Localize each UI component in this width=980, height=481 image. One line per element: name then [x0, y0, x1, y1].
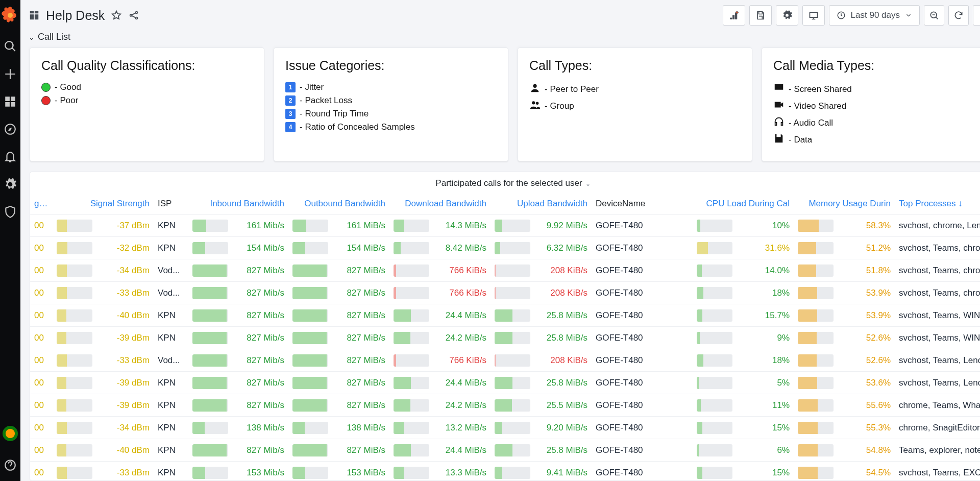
issue-number-icon: 2: [285, 95, 296, 106]
cell-isp: KPN: [154, 237, 188, 259]
chevron-down-icon: ⌄: [585, 180, 591, 187]
cell-gnal: 00: [30, 417, 53, 439]
cell-device: GOFE-T480: [592, 394, 693, 417]
cell-upload: 25.5 MiB/s: [491, 394, 592, 417]
cell-cpu: 15.7%: [693, 304, 794, 327]
cell-upload: 25.8 MiB/s: [491, 439, 592, 462]
row-title[interactable]: ⌄ Call List: [20, 30, 980, 47]
time-range-label: Last 90 days: [851, 10, 900, 20]
zoom-out-button[interactable]: [924, 5, 944, 26]
cell-download: 24.4 MiB/s: [389, 304, 491, 327]
table-row[interactable]: 00 -39 dBm KPN 827 Mib/s 827 MiB/s 24.4 …: [30, 372, 980, 394]
table-row[interactable]: 00 -33 dBm Vod... 827 Mib/s 827 MiB/s 76…: [30, 349, 980, 372]
user-avatar[interactable]: [3, 426, 18, 441]
legend-item: 4- Ratio of Concealed Samples: [285, 122, 497, 132]
cell-download: 24.4 MiB/s: [389, 372, 491, 394]
settings-button[interactable]: [776, 5, 798, 26]
add-panel-button[interactable]: [723, 5, 745, 26]
dashboards-icon[interactable]: [4, 95, 17, 108]
table-row[interactable]: 00 -39 dBm KPN 827 Mib/s 827 MiB/s 24.2 …: [30, 394, 980, 417]
cell-inbound: 153 Mib/s: [188, 462, 288, 482]
green-dot-icon: [41, 83, 51, 92]
col-inbound[interactable]: Inbound Bandwidth: [188, 195, 288, 214]
shield-icon[interactable]: [4, 205, 17, 219]
svg-point-5: [136, 17, 138, 19]
table-row[interactable]: 00 -32 dBm KPN 154 Mib/s 154 MiB/s 8.42 …: [30, 237, 980, 259]
cell-upload: 208 KiB/s: [491, 282, 592, 304]
help-icon[interactable]: [4, 459, 17, 472]
svg-point-4: [136, 12, 138, 14]
cell-cpu: 14.0%: [693, 259, 794, 282]
cell-inbound: 827 Mib/s: [188, 394, 288, 417]
table-row[interactable]: 00 -34 dBm KPN 138 Mib/s 138 MiB/s 13.2 …: [30, 417, 980, 439]
cell-gnal: 00: [30, 394, 53, 417]
search-icon[interactable]: [4, 40, 17, 53]
refresh-interval-dropdown[interactable]: [973, 5, 980, 26]
cell-upload: 9.41 MiB/s: [491, 462, 592, 482]
cell-cpu: 15%: [693, 462, 794, 482]
cell-top-processes: svchost, Teams, chrome: [895, 237, 980, 259]
col-isp[interactable]: ISP: [154, 195, 188, 214]
cell-gnal: 00: [30, 237, 53, 259]
cell-gnal: 00: [30, 259, 53, 282]
cell-memory: 53.6%: [794, 372, 895, 394]
cell-download: 766 KiB/s: [389, 349, 491, 372]
cell-device: GOFE-T480: [592, 439, 693, 462]
explore-icon[interactable]: [4, 123, 17, 136]
cell-inbound: 161 Mib/s: [188, 214, 288, 237]
col-device[interactable]: DeviceName: [592, 195, 693, 214]
grafana-logo-icon[interactable]: [0, 5, 20, 26]
cell-outbound: 827 MiB/s: [288, 394, 389, 417]
tv-mode-button[interactable]: [802, 5, 825, 26]
gear-icon[interactable]: [4, 178, 17, 191]
cell-gnal: 00: [30, 439, 53, 462]
cell-download: 13.3 MiB/s: [389, 462, 491, 482]
col-outbound[interactable]: Outbound Bandwidth: [288, 195, 389, 214]
legend-item: - Poor: [41, 95, 253, 106]
save-button[interactable]: [749, 5, 772, 26]
table-row[interactable]: 00 -33 dBm Vod... 827 Mib/s 827 MiB/s 76…: [30, 282, 980, 304]
legend-item: 3- Round Trip Time: [285, 109, 497, 119]
time-range-picker[interactable]: Last 90 days: [829, 5, 920, 26]
table-title[interactable]: Participated calls for the selected user…: [30, 172, 980, 195]
share-icon[interactable]: [128, 10, 139, 21]
cell-device: GOFE-T480: [592, 417, 693, 439]
cell-upload: 25.8 MiB/s: [491, 304, 592, 327]
col-gnal[interactable]: gnal: [30, 195, 53, 214]
cell-signal-strength: -34 dBm: [53, 417, 154, 439]
cell-isp: KPN: [154, 372, 188, 394]
col-upload[interactable]: Upload Bandwidth: [491, 195, 592, 214]
table-row[interactable]: 00 -39 dBm KPN 827 Mib/s 827 MiB/s 24.2 …: [30, 327, 980, 349]
alerting-icon[interactable]: [4, 150, 17, 163]
col-cpu[interactable]: CPU Load During Cal: [693, 195, 794, 214]
table-row[interactable]: 00 -37 dBm KPN 161 Mib/s 161 MiB/s 14.3 …: [30, 214, 980, 237]
plus-icon[interactable]: [4, 67, 17, 81]
cell-device: GOFE-T480: [592, 327, 693, 349]
table-row[interactable]: 00 -40 dBm KPN 827 Mib/s 827 MiB/s 24.4 …: [30, 304, 980, 327]
star-icon[interactable]: [111, 10, 122, 21]
table-row[interactable]: 00 -33 dBm KPN 153 Mib/s 153 MiB/s 13.3 …: [30, 462, 980, 482]
col-top-processes[interactable]: Top Processes ↓: [895, 195, 980, 214]
person-icon: [529, 82, 541, 96]
cell-isp: KPN: [154, 327, 188, 349]
col-download[interactable]: Download Bandwidth: [389, 195, 491, 214]
cell-inbound: 827 Mib/s: [188, 372, 288, 394]
refresh-button[interactable]: [948, 5, 969, 26]
table-row[interactable]: 00 -40 dBm KPN 827 Mib/s 827 MiB/s 24.4 …: [30, 439, 980, 462]
cell-cpu: 6%: [693, 439, 794, 462]
cell-signal-strength: -32 dBm: [53, 237, 154, 259]
issue-number-icon: 1: [285, 82, 296, 92]
col-signal-strength[interactable]: Signal Strength: [53, 195, 154, 214]
cell-outbound: 827 MiB/s: [288, 282, 389, 304]
cell-outbound: 827 MiB/s: [288, 372, 389, 394]
cell-memory: 58.3%: [794, 214, 895, 237]
cell-gnal: 00: [30, 327, 53, 349]
cell-signal-strength: -33 dBm: [53, 282, 154, 304]
cell-download: 766 KiB/s: [389, 282, 491, 304]
table-row[interactable]: 00 -34 dBm Vod... 827 Mib/s 827 MiB/s 76…: [30, 259, 980, 282]
col-mem[interactable]: Memory Usage Durin: [794, 195, 895, 214]
panel-grid-icon: [29, 10, 40, 21]
cell-upload: 208 KiB/s: [491, 349, 592, 372]
cell-gnal: 00: [30, 214, 53, 237]
cell-signal-strength: -37 dBm: [53, 214, 154, 237]
